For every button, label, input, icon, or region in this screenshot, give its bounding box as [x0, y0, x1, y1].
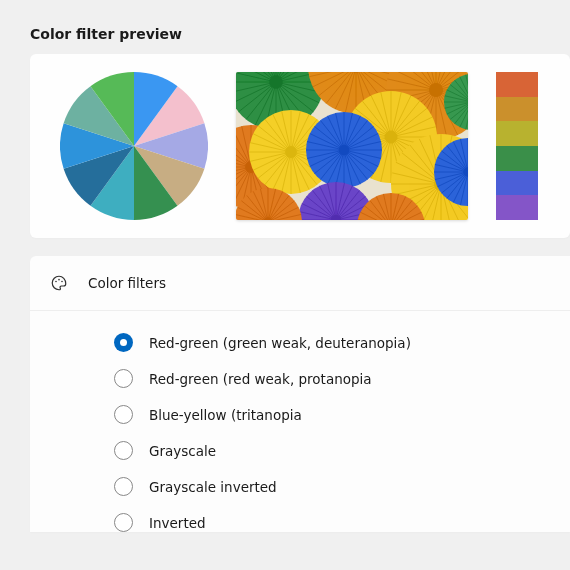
svg-point-393	[61, 281, 63, 283]
filter-option-label: Blue-yellow (tritanopia	[149, 407, 302, 423]
filter-option[interactable]: Inverted	[114, 513, 570, 532]
stripe	[496, 195, 538, 220]
palette-icon	[50, 274, 68, 292]
sample-photo-preview	[236, 72, 468, 220]
color-filters-card: Color filters Red-green (green weak, deu…	[30, 256, 570, 532]
filter-option-label: Red-green (green weak, deuteranopia)	[149, 335, 411, 351]
filter-option[interactable]: Blue-yellow (tritanopia	[114, 405, 570, 424]
svg-point-180	[385, 131, 398, 144]
radio-icon	[114, 441, 133, 460]
color-filters-heading: Color filters	[88, 275, 166, 291]
filter-option[interactable]: Red-green (red weak, protanopia	[114, 369, 570, 388]
stripe	[496, 97, 538, 122]
stripe	[496, 121, 538, 146]
stripe	[496, 171, 538, 196]
filter-radio-group: Red-green (green weak, deuteranopia)Red-…	[30, 311, 570, 532]
svg-point-30	[269, 75, 282, 88]
color-filters-header[interactable]: Color filters	[30, 256, 570, 311]
svg-point-392	[58, 279, 60, 281]
filter-option-label: Grayscale inverted	[149, 479, 277, 495]
filter-option-label: Grayscale	[149, 443, 216, 459]
radio-icon	[114, 513, 133, 532]
filter-option-label: Red-green (red weak, protanopia	[149, 371, 372, 387]
filter-option[interactable]: Grayscale inverted	[114, 477, 570, 496]
section-title: Color filter preview	[30, 26, 570, 42]
color-wheel-preview	[60, 72, 208, 220]
preview-card	[30, 54, 570, 238]
svg-point-150	[285, 146, 297, 158]
stripe	[496, 72, 538, 97]
radio-icon	[114, 477, 133, 496]
svg-point-120	[429, 83, 443, 97]
svg-point-391	[55, 281, 57, 283]
stripe	[496, 146, 538, 171]
filter-option-label: Inverted	[149, 515, 206, 531]
radio-icon	[114, 369, 133, 388]
radio-icon	[114, 405, 133, 424]
filter-option[interactable]: Red-green (green weak, deuteranopia)	[114, 333, 570, 352]
radio-icon	[114, 333, 133, 352]
svg-point-210	[339, 145, 350, 156]
filter-option[interactable]: Grayscale	[114, 441, 570, 460]
color-stripes-preview	[496, 72, 538, 220]
